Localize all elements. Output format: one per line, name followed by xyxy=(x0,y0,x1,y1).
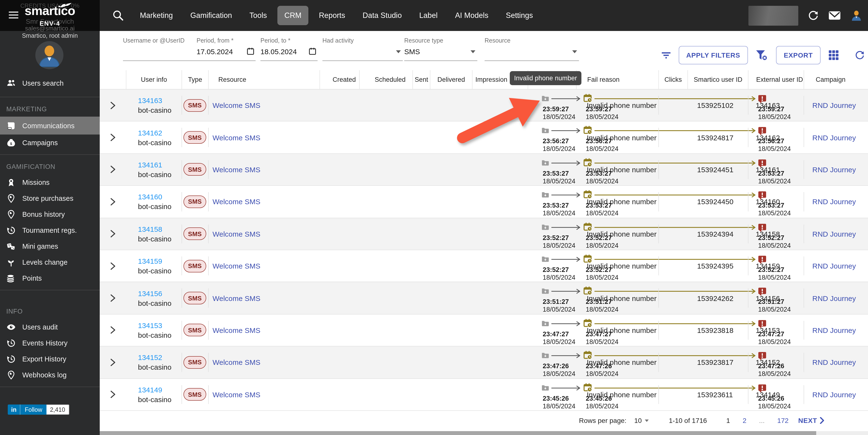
page-number-2[interactable]: 2 xyxy=(743,416,746,424)
expand-row-button[interactable] xyxy=(100,218,126,250)
rows-per-page-value[interactable]: 10 xyxy=(634,416,642,424)
calendar-icon[interactable] xyxy=(246,47,255,56)
nav-item-reports[interactable]: Reports xyxy=(312,6,352,25)
campaign-link[interactable]: RND Journey xyxy=(812,101,856,109)
sidebar-divider xyxy=(0,387,100,387)
sidebar-item-webhooks-log[interactable]: Webhooks log xyxy=(0,367,100,383)
user-id-link[interactable]: 134152 xyxy=(138,354,162,362)
sidebar-item-mini-games[interactable]: Mini games xyxy=(0,238,100,254)
user-id-link[interactable]: 134162 xyxy=(138,129,162,137)
campaign-link[interactable]: RND Journey xyxy=(812,294,856,302)
sidebar-item-missions[interactable]: Missions xyxy=(0,174,100,190)
clear-filter-icon[interactable] xyxy=(756,49,768,61)
user-avatar-icon[interactable] xyxy=(850,9,863,22)
refresh-icon[interactable] xyxy=(807,10,819,21)
smartico-user-id-cell: 153924262 xyxy=(687,282,748,314)
dropdown-caret-icon[interactable] xyxy=(396,50,401,53)
campaign-link[interactable]: RND Journey xyxy=(812,166,856,174)
expand-row-button[interactable] xyxy=(100,250,126,282)
created-icon xyxy=(541,191,550,199)
filter-value[interactable] xyxy=(123,45,204,57)
refresh-icon[interactable] xyxy=(855,50,865,61)
resource-link[interactable]: Welcome SMS xyxy=(213,390,260,398)
user-id-link[interactable]: 134163 xyxy=(138,96,162,104)
sidebar-item-export-history[interactable]: Export History xyxy=(0,351,100,367)
calendar-icon[interactable] xyxy=(308,47,317,56)
page-number-172[interactable]: 172 xyxy=(777,416,788,424)
apply-filters-button[interactable]: APPLY FILTERS xyxy=(679,46,748,64)
mail-icon[interactable] xyxy=(828,10,841,21)
expand-row-button[interactable] xyxy=(100,282,126,314)
nav-item-data-studio[interactable]: Data Studio xyxy=(356,6,409,25)
resource-link[interactable]: Welcome SMS xyxy=(213,294,260,302)
rows-per-page-caret-icon[interactable] xyxy=(645,419,648,422)
user-id-link[interactable]: 134161 xyxy=(138,161,162,169)
user-id-link[interactable]: 134149 xyxy=(138,386,162,394)
nav-item-crm[interactable]: CRM xyxy=(278,6,308,25)
resource-cell: Welcome SMS xyxy=(208,186,319,218)
search-icon[interactable] xyxy=(112,9,124,22)
export-button[interactable]: EXPORT xyxy=(776,46,820,64)
expand-row-button[interactable] xyxy=(100,379,126,410)
nav-item-ai-models[interactable]: AI Models xyxy=(448,6,495,25)
expand-row-button[interactable] xyxy=(100,346,126,378)
expand-row-button[interactable] xyxy=(100,154,126,186)
campaign-link[interactable]: RND Journey xyxy=(812,133,856,141)
horizontal-scrollbar[interactable] xyxy=(100,431,868,435)
sidebar-avatar[interactable] xyxy=(35,41,63,69)
user-id-link[interactable]: 134159 xyxy=(138,257,162,265)
sidebar-item-users-audit[interactable]: Users audit xyxy=(0,319,100,335)
sidebar-item-bonus-history[interactable]: Bonus history xyxy=(0,206,100,222)
user-id-link[interactable]: 134156 xyxy=(138,289,162,297)
resource-link[interactable]: Welcome SMS xyxy=(213,262,260,270)
resource-link[interactable]: Welcome SMS xyxy=(213,326,260,334)
resource-link[interactable]: Welcome SMS xyxy=(213,230,260,238)
sms-type-badge: SMS xyxy=(184,292,206,304)
resource-link[interactable]: Welcome SMS xyxy=(213,133,260,141)
nav-item-label[interactable]: Label xyxy=(412,6,444,25)
campaign-link[interactable]: RND Journey xyxy=(812,326,856,334)
sidebar-item-communications[interactable]: Communications xyxy=(0,116,100,135)
nav-item-tools[interactable]: Tools xyxy=(243,6,274,25)
dropdown-caret-icon[interactable] xyxy=(572,50,577,53)
column-grid-icon[interactable] xyxy=(828,50,839,61)
resource-link[interactable]: Welcome SMS xyxy=(213,101,260,109)
topbar-right xyxy=(748,6,868,25)
expand-row-button[interactable] xyxy=(100,122,126,154)
user-id-link[interactable]: 134158 xyxy=(138,225,162,233)
page-number-1[interactable]: 1 xyxy=(726,416,730,424)
filter-value[interactable]: SMS xyxy=(404,45,477,57)
expand-row-button[interactable] xyxy=(100,186,126,218)
user-id-link[interactable]: 134153 xyxy=(138,321,162,330)
expand-row-button[interactable] xyxy=(100,90,126,121)
campaign-link[interactable]: RND Journey xyxy=(812,390,856,398)
sidebar-item-levels-change[interactable]: Levels change xyxy=(0,254,100,270)
sidebar-item-tournament-regs[interactable]: Tournament regs. xyxy=(0,222,100,238)
sidebar-item-points[interactable]: Points xyxy=(0,270,100,286)
sidebar-item-store-purchases[interactable]: Store purchases xyxy=(0,190,100,206)
sidebar-item-label: Webhooks log xyxy=(22,371,67,379)
nav-item-marketing[interactable]: Marketing xyxy=(133,6,180,25)
linkedin-follow-badge[interactable]: in Follow 2,410 xyxy=(8,404,69,415)
campaign-link[interactable]: RND Journey xyxy=(812,198,856,206)
resource-link[interactable]: Welcome SMS xyxy=(213,198,260,206)
resource-link[interactable]: Welcome SMS xyxy=(213,166,260,174)
sidebar-item-users-search[interactable]: Users search xyxy=(0,73,100,93)
filter-value[interactable] xyxy=(485,45,579,57)
nav-item-gamification[interactable]: Gamification xyxy=(184,6,239,25)
dropdown-caret-icon[interactable] xyxy=(470,50,475,53)
next-page-button[interactable]: NEXT xyxy=(798,416,825,424)
campaign-link[interactable]: RND Journey xyxy=(812,230,856,238)
nav-item-settings[interactable]: Settings xyxy=(499,6,540,25)
user-id-link[interactable]: 134160 xyxy=(138,193,162,201)
scrollbar-thumb[interactable] xyxy=(100,431,816,435)
resource-link[interactable]: Welcome SMS xyxy=(213,358,260,367)
sidebar-item-events-history[interactable]: Events History xyxy=(0,335,100,351)
filter-lines-icon[interactable] xyxy=(661,50,671,60)
filter-value[interactable] xyxy=(322,45,403,57)
campaign-link[interactable]: RND Journey xyxy=(812,358,856,367)
sidebar-item-campaigns[interactable]: $Campaigns xyxy=(0,135,100,150)
linkedin-follow-button[interactable]: Follow xyxy=(20,404,46,415)
expand-row-button[interactable] xyxy=(100,314,126,346)
campaign-link[interactable]: RND Journey xyxy=(812,262,856,270)
